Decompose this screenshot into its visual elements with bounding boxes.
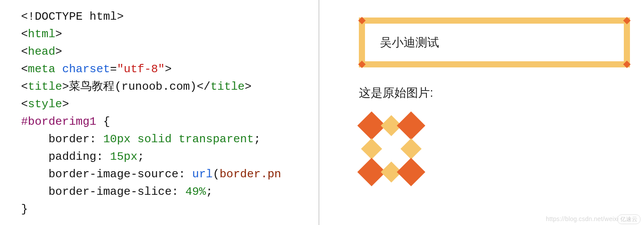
code-doctype: <!DOCTYPE html> — [21, 10, 124, 23]
punct: = — [110, 63, 117, 76]
paren: ( — [213, 168, 220, 181]
indent — [21, 185, 48, 198]
colon: : — [89, 133, 103, 146]
punct: < — [21, 98, 28, 111]
fn-url: url — [192, 168, 213, 181]
colon: : — [97, 150, 110, 163]
watermark-url: https://blog.csdn.net/weixi — [546, 215, 619, 222]
tag-title: title — [28, 80, 62, 93]
title-text: 菜鸟教程(runoob.com) — [69, 80, 197, 93]
val-49pct: 49% — [186, 185, 206, 198]
tag-head: head — [28, 45, 55, 58]
watermark-brand: 亿速云 — [617, 214, 640, 224]
css-selector: #borderimg1 — [21, 115, 97, 128]
punct: > — [62, 98, 69, 111]
space — [55, 63, 62, 76]
tag-title-close: title — [211, 80, 245, 93]
original-image-caption: 这是原始图片: — [359, 85, 631, 101]
punct: > — [165, 63, 172, 76]
border-image-demo: 吴小迪测试 — [359, 18, 630, 67]
val-10px: 10px — [103, 133, 130, 146]
semi: ; — [137, 150, 144, 163]
punct: < — [21, 63, 28, 76]
code-pane: <!DOCTYPE html> <html> <head> <meta char… — [0, 0, 319, 225]
indent — [21, 133, 48, 146]
brace-close: } — [21, 203, 28, 216]
prop-border-image-source: border-image-source — [48, 168, 178, 181]
punct: > — [62, 80, 69, 93]
punct: </ — [197, 80, 210, 93]
prop-padding: padding — [48, 150, 96, 163]
corner-diamond-icon — [358, 61, 366, 68]
semi: ; — [206, 185, 213, 198]
indent — [21, 150, 48, 163]
space — [131, 133, 138, 146]
val-15px: 15px — [110, 150, 137, 163]
preview-pane: 吴小迪测试 这是原始图片: https://blog.csdn.net/weix… — [319, 0, 644, 225]
val-transparent: transparent — [179, 133, 254, 146]
punct: < — [21, 28, 28, 41]
diamond-icon — [397, 158, 425, 186]
punct: > — [55, 28, 62, 41]
original-border-image — [360, 114, 421, 184]
punct: < — [21, 80, 28, 93]
colon: : — [172, 185, 185, 198]
tag-html: html — [28, 28, 55, 41]
str-utf8: "utf-8" — [117, 63, 165, 76]
tag-style: style — [28, 98, 62, 111]
diamond-icon — [401, 138, 422, 159]
punct: < — [21, 45, 28, 58]
demo-text: 吴小迪测试 — [380, 36, 439, 49]
corner-diamond-icon — [623, 61, 631, 68]
diamond-icon — [361, 138, 382, 159]
diamond-icon — [397, 111, 425, 140]
val-solid: solid — [137, 133, 172, 146]
brace-open: { — [97, 115, 110, 128]
code-block: <!DOCTYPE html> <html> <head> <meta char… — [21, 8, 318, 218]
punct: > — [245, 80, 252, 93]
tag-meta: meta — [28, 63, 55, 76]
two-column-layout: <!DOCTYPE html> <html> <head> <meta char… — [0, 0, 644, 225]
prop-border: border — [48, 133, 89, 146]
space — [172, 133, 179, 146]
semi: ; — [254, 133, 261, 146]
colon: : — [179, 168, 192, 181]
attr-charset: charset — [62, 63, 110, 76]
url-arg: border.pn — [220, 168, 281, 181]
indent — [21, 168, 48, 181]
punct: > — [55, 45, 62, 58]
prop-border-image-slice: border-image-slice — [48, 185, 172, 198]
